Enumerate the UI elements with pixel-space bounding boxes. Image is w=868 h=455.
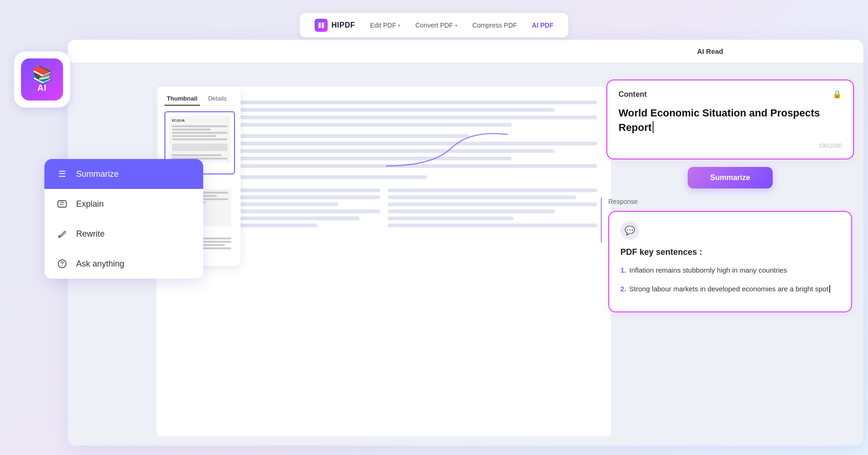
response-item-1-num: 1. <box>620 266 626 274</box>
svg-rect-0 <box>318 22 320 28</box>
response-item-2-text: Strong labour markets in developed econo… <box>629 285 828 293</box>
response-item-1: 1. Inflation remains stubbornly high in … <box>620 265 840 276</box>
navigation-bar: HIPDF Edit PDF ▾ Convert PDF ▾ Compress … <box>299 13 568 37</box>
ai-read-panel: Content 🔒 World Economic Situation and P… <box>606 79 854 312</box>
ai-read-header-label: AI Read <box>697 47 723 55</box>
nav-item-convert-pdf-label: Convert PDF <box>415 22 453 29</box>
menu-item-summarize[interactable]: ☰ Summarize <box>44 159 203 189</box>
response-card-header: 💬 <box>620 221 840 240</box>
response-title: PDF key sentences : <box>620 247 840 257</box>
pdf-line <box>388 202 598 206</box>
ai-logo-box: 📚 AI <box>14 51 70 108</box>
svg-point-4 <box>62 265 63 266</box>
nav-item-ai-pdf[interactable]: AI PDF <box>532 22 554 29</box>
text-cursor-2 <box>829 285 830 293</box>
response-section: Response 💬 PDF key sentences : 1. Inflat… <box>606 198 854 312</box>
lock-icon: 🔒 <box>832 90 842 99</box>
ai-read-header-bar: AI Read <box>68 40 863 63</box>
summarize-icon: ☰ <box>56 167 69 181</box>
ai-menu-panel: ☰ Summarize Explain Rewrite <box>44 159 203 279</box>
response-card: 💬 PDF key sentences : 1. Inflation remai… <box>608 211 852 312</box>
content-card: Content 🔒 World Economic Situation and P… <box>606 79 854 159</box>
nav-item-compress-pdf[interactable]: Compress PDF <box>472 22 517 29</box>
content-text: World Economic Situation and Prospects R… <box>619 107 820 133</box>
chat-bubbles-icon: 💬 <box>620 221 639 240</box>
menu-item-summarize-label: Summarize <box>76 169 119 179</box>
nav-item-ai-pdf-label: AI PDF <box>532 22 554 29</box>
pdf-line <box>388 217 513 220</box>
menu-item-rewrite[interactable]: Rewrite <box>44 219 203 249</box>
logo-icon <box>314 19 327 32</box>
response-item-2-num: 2. <box>620 285 626 293</box>
pdf-line <box>388 195 576 199</box>
pdf-line <box>388 188 598 192</box>
content-input-display: World Economic Situation and Prospects R… <box>619 106 842 139</box>
explain-icon <box>56 197 69 210</box>
menu-item-rewrite-label: Rewrite <box>76 229 105 239</box>
rewrite-icon <box>56 227 69 240</box>
chevron-down-icon: ▾ <box>455 23 457 28</box>
page-1-doc-title: EC@LM. <box>172 119 228 122</box>
menu-item-ask[interactable]: Ask anything <box>44 249 203 279</box>
menu-item-explain-label: Explain <box>76 199 104 209</box>
nav-item-edit-pdf-label: Edit PDF <box>370 22 396 29</box>
pdf-line <box>388 209 555 213</box>
menu-item-ask-label: Ask anything <box>76 259 124 269</box>
content-card-title: Content <box>619 90 647 99</box>
nav-item-convert-pdf[interactable]: Convert PDF ▾ <box>415 22 457 29</box>
nav-item-edit-pdf[interactable]: Edit PDF ▾ <box>370 22 400 29</box>
text-cursor <box>653 121 654 133</box>
chevron-down-icon: ▾ <box>398 23 400 28</box>
nav-item-compress-pdf-label: Compress PDF <box>472 22 517 29</box>
logo[interactable]: HIPDF <box>314 19 355 32</box>
ai-logo-inner: 📚 AI <box>21 58 63 101</box>
response-item-1-text: Inflation remains stubbornly high in man… <box>629 266 787 274</box>
tab-thumbnail[interactable]: Thumbnail <box>164 92 200 106</box>
summarize-button[interactable]: Summarize <box>688 167 772 188</box>
logo-text: HIPDF <box>331 21 355 29</box>
pdf-line <box>388 224 598 227</box>
thumbnail-tabs: Thumbnail Details <box>164 92 235 106</box>
content-counter: 100/2000 <box>619 143 842 149</box>
menu-item-explain[interactable]: Explain <box>44 189 203 219</box>
response-label: Response <box>608 198 852 205</box>
ask-icon <box>56 257 69 270</box>
books-icon: 📚 <box>32 66 53 83</box>
pdf-col-right <box>388 188 598 227</box>
response-item-2: 2. Strong labour markets in developed ec… <box>620 283 840 295</box>
ai-logo-text: AI <box>37 83 47 93</box>
svg-rect-1 <box>321 22 324 28</box>
svg-rect-2 <box>58 201 66 207</box>
tab-details[interactable]: Details <box>200 92 235 105</box>
page-1-content: EC@LM. <box>169 116 230 162</box>
response-items: 1. Inflation remains stubbornly high in … <box>620 265 840 295</box>
